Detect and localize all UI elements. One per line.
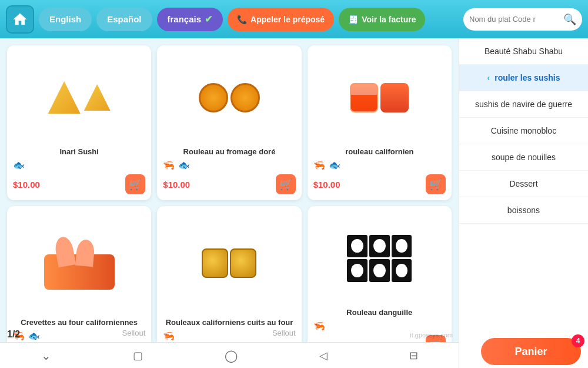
- receipt-icon: 🧾: [348, 15, 358, 24]
- sidebar-category-item[interactable]: Cuisine monobloc: [459, 118, 588, 144]
- product-price: $10.00: [313, 180, 340, 190]
- products-grid: Inari Sushi 🐟 $10.00 🛒 Rouleau au fromag…: [0, 38, 459, 368]
- add-to-cart-button[interactable]: 🛒: [276, 174, 296, 194]
- page-indicator-fixed: 1/2: [7, 329, 20, 340]
- category-label: Cuisine monobloc: [491, 126, 556, 135]
- product-price: $10.00: [163, 180, 190, 190]
- home-button[interactable]: [6, 5, 34, 34]
- category-label: boissons: [507, 205, 540, 215]
- product-card: Rouleaux californiens cuits au four 🦐 $1…: [157, 206, 301, 361]
- nav-square-btn[interactable]: ▢: [133, 349, 143, 362]
- product-icons: 🐟: [13, 160, 145, 171]
- view-invoice-button[interactable]: 🧾 Voir la facture: [339, 8, 425, 31]
- check-icon: ✔: [205, 14, 212, 25]
- product-name: Rouleau au fromage doré: [163, 147, 295, 156]
- add-to-cart-button[interactable]: 🛒: [426, 174, 446, 194]
- product-price: $10.00: [13, 180, 40, 190]
- product-footer: $10.00 🛒: [163, 174, 295, 194]
- nav-chevron-icon[interactable]: ⌄: [41, 349, 51, 363]
- product-image: [163, 51, 295, 144]
- watermark: it.gpossys.com: [410, 331, 453, 339]
- cart-badge: 4: [572, 334, 584, 347]
- product-image: [13, 51, 145, 144]
- product-card: Inari Sushi 🐟 $10.00 🛒: [7, 45, 151, 200]
- tag-icon: 🐟: [13, 160, 25, 171]
- sidebar-category-item[interactable]: soupe de nouilles: [459, 144, 588, 171]
- product-name: Inari Sushi: [13, 147, 145, 156]
- product-footer: $10.00 🛒: [313, 174, 446, 194]
- product-footer: $10.00 🛒: [13, 174, 145, 194]
- sellout-label: Sellout: [122, 329, 146, 337]
- product-name: rouleau californien: [313, 147, 446, 156]
- cart-button[interactable]: Panier 4: [481, 338, 581, 365]
- product-name: Crevettes au four californiennes: [13, 318, 145, 327]
- product-name: Rouleaux californiens cuits au four: [163, 318, 295, 327]
- phone-icon: 📞: [237, 15, 247, 24]
- tag-icon: 🐟: [28, 330, 40, 342]
- sidebar-category-item[interactable]: Beauté Shabu Shabu: [459, 38, 588, 65]
- category-label: rouler les sushis: [495, 73, 560, 82]
- lang-english-button[interactable]: English: [39, 8, 92, 31]
- cart-button-area: Panier 4: [481, 338, 581, 365]
- search-box: 🔍: [463, 8, 582, 31]
- nav-triangle-btn[interactable]: ◁: [319, 349, 328, 362]
- add-to-cart-button[interactable]: 🛒: [125, 174, 145, 194]
- sidebar-category-item[interactable]: ‹rouler les sushis: [459, 65, 588, 91]
- product-name: Rouleau danguille: [313, 308, 446, 317]
- tag-icon: 🐟: [178, 160, 190, 171]
- product-card: Crevettes au four californiennes 🦐🐟 $10.…: [7, 206, 151, 361]
- product-card: Rouleau au fromage doré 🦐🐟 $10.00 🛒: [157, 45, 301, 200]
- sidebar-category-item[interactable]: Dessert: [459, 171, 588, 197]
- lang-french-button[interactable]: français ✔: [157, 8, 223, 31]
- arrow-icon: ‹: [487, 73, 490, 82]
- call-attendant-button[interactable]: 📞 Appeler le préposé: [228, 8, 334, 31]
- sidebar-category-item[interactable]: sushis de navire de guerre: [459, 91, 588, 118]
- tag-icon: 🦐: [313, 160, 325, 171]
- category-label: sushis de navire de guerre: [475, 100, 572, 109]
- sellout-label: Sellout: [272, 329, 296, 337]
- product-image: [13, 212, 145, 314]
- header: English Español français ✔ 📞 Appeler le …: [0, 0, 588, 38]
- sidebar-category-item[interactable]: boissons: [459, 197, 588, 224]
- product-icons: 🦐🐟: [163, 160, 295, 171]
- product-icons: 🦐🐟: [313, 160, 446, 171]
- search-icon[interactable]: 🔍: [563, 13, 576, 26]
- bottom-nav-bar: ⌄ ▢ ◯ ◁ ⊟: [0, 342, 459, 368]
- tag-icon: 🦐: [163, 330, 175, 342]
- lang-spanish-button[interactable]: Español: [96, 8, 152, 31]
- search-input[interactable]: [469, 15, 563, 24]
- category-label: Dessert: [509, 179, 537, 188]
- product-icons: 🦐: [313, 320, 446, 331]
- product-card: rouleau californien 🦐🐟 $10.00 🛒: [308, 45, 452, 200]
- category-sidebar: Beauté Shabu Shabu‹rouler les sushissush…: [459, 38, 588, 368]
- product-image: [313, 212, 446, 304]
- main-area: Inari Sushi 🐟 $10.00 🛒 Rouleau au fromag…: [0, 38, 588, 368]
- product-image: [163, 212, 295, 314]
- tag-icon: 🦐: [163, 160, 175, 171]
- tag-icon: 🦐: [313, 320, 325, 331]
- product-image: [313, 51, 446, 144]
- category-label: soupe de nouilles: [492, 152, 556, 162]
- nav-filter-icon[interactable]: ⊟: [409, 349, 418, 362]
- nav-circle-btn[interactable]: ◯: [225, 349, 238, 363]
- tag-icon: 🐟: [329, 160, 340, 171]
- category-label: Beauté Shabu Shabu: [485, 47, 563, 56]
